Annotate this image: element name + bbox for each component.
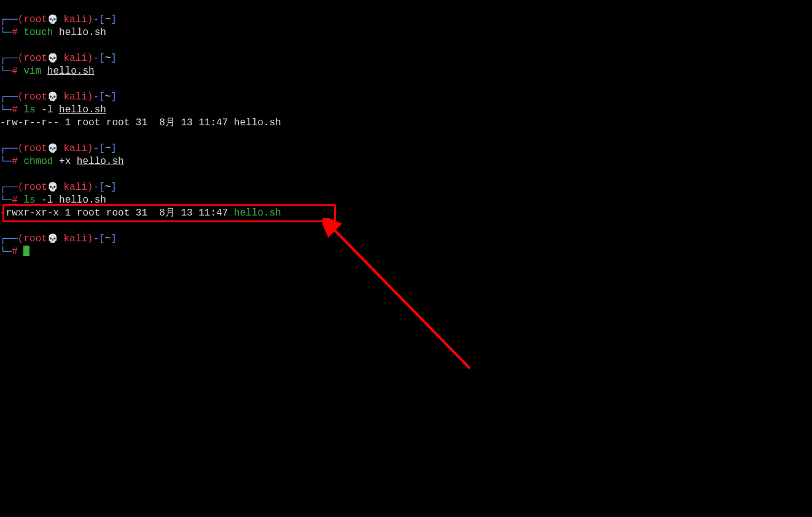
command-flag: -l <box>41 195 53 206</box>
command-line: └─# vim hello.sh <box>0 65 812 78</box>
prompt-sep: ] <box>111 14 117 25</box>
command-line-active[interactable]: └─# <box>0 246 812 258</box>
command-arg: hello.sh <box>47 66 95 77</box>
command: ls <box>23 195 35 206</box>
prompt-corner: └─ <box>0 27 12 38</box>
command: chmod <box>23 156 53 167</box>
skull-icon: 💀 <box>47 15 58 25</box>
skull-icon: 💀 <box>47 53 58 63</box>
command: vim <box>23 66 41 77</box>
prompt-host <box>58 14 64 25</box>
command-line: └─# ls -l hello.sh <box>0 104 812 117</box>
prompt-corner: ┌── <box>0 14 18 25</box>
terminal-window[interactable]: ┌──(root💀 kali)-[~] └─# touch hello.sh ┌… <box>0 0 812 258</box>
command-flag: -l <box>41 104 53 115</box>
skull-icon: 💀 <box>47 182 58 192</box>
prompt-line: ┌──(root💀 kali)-[~] <box>0 233 812 246</box>
command-arg: hello.sh <box>59 104 106 115</box>
prompt-line: ┌──(root💀 kali)-[~] <box>0 181 812 194</box>
prompt-sep: -[ <box>93 14 104 25</box>
skull-icon: 💀 <box>47 234 58 244</box>
command-arg: hello.sh <box>59 195 106 206</box>
executable-file: hello.sh <box>234 208 281 219</box>
blank-line <box>0 168 812 181</box>
command-line: └─# touch hello.sh <box>0 26 812 39</box>
blank-line <box>0 78 812 91</box>
prompt-paren: ) <box>87 14 93 25</box>
prompt-cwd: ~ <box>105 14 111 25</box>
blank-line <box>0 220 812 233</box>
prompt-user: root <box>23 14 47 25</box>
blank-line <box>0 130 812 142</box>
prompt-line: ┌──(root💀 kali)-[~] <box>0 142 812 155</box>
prompt-line: ┌──(root💀 kali)-[~] <box>0 14 812 26</box>
command-output-highlighted: -rwxr-xr-x 1 root root 31 8月 13 11:47 he… <box>0 207 812 220</box>
prompt-paren: ( <box>18 14 24 25</box>
command-flag: +x <box>59 156 71 167</box>
prompt-hash: # <box>12 27 23 38</box>
prompt-line: ┌──(root💀 kali)-[~] <box>0 52 812 65</box>
cursor-icon <box>23 246 29 256</box>
command-arg: hello.sh <box>77 156 124 167</box>
command-arg: hello.sh <box>59 27 106 38</box>
command: touch <box>23 27 53 38</box>
command-line: └─# ls -l hello.sh <box>0 194 812 207</box>
skull-icon: 💀 <box>47 144 58 154</box>
command-line: └─# chmod +x hello.sh <box>0 155 812 168</box>
skull-icon: 💀 <box>47 92 58 102</box>
prompt-line: ┌──(root💀 kali)-[~] <box>0 91 812 104</box>
command: ls <box>23 104 35 115</box>
blank-line <box>0 39 812 52</box>
command-output: -rw-r--r-- 1 root root 31 8月 13 11:47 he… <box>0 117 812 130</box>
